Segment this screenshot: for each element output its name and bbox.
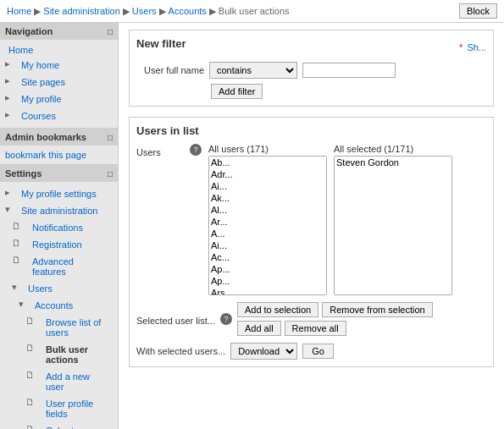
add-to-selection-button[interactable]: Add to selection [237,302,318,317]
breadcrumb-home[interactable]: Home [7,6,31,16]
selected-users-list[interactable]: Steven Gordon [334,156,452,295]
arrow-icon: ▸ [5,58,10,69]
site-pages-link[interactable]: Site pages [13,75,74,89]
available-list-group: All users (171) Ab... Adr... Ai... Ak...… [208,144,327,295]
admin-bookmarks-collapse-icon[interactable]: □ [108,133,113,142]
sidebar: Navigation □ Home ▸ My home ▸ Site pages… [0,23,119,429]
my-profile-link[interactable]: My profile [13,92,70,106]
my-home-link[interactable]: My home [13,58,68,72]
arrow-icon: ▸ [5,75,10,86]
sidebar-item-my-profile[interactable]: ▸ My profile [0,91,118,107]
settings-title: Settings [5,168,42,179]
page-icon: 🗋 [25,397,35,407]
arrow-icon: ▾ [5,204,10,215]
list-item[interactable]: Steven Gordon [335,157,451,168]
cohorts-link[interactable]: Cohorts [37,424,87,429]
sidebar-item-browse-users[interactable]: 🗋 Browse list of users [0,314,118,341]
sidebar-item-bulk-user-actions[interactable]: 🗋 Bulk user actions [0,341,118,368]
accounts-link[interactable]: Accounts [26,299,81,312]
list-item[interactable]: Ap... [209,275,326,287]
block-button[interactable]: Block [459,3,497,19]
settings-collapse-icon[interactable]: □ [108,169,113,179]
sidebar-item-my-profile-settings[interactable]: ▸ My profile settings [0,185,118,202]
users-label: Users [136,144,183,157]
remove-from-selection-button[interactable]: Remove from selection [322,302,433,317]
required-star: * [459,42,462,52]
action-row: Selected user list... ? Add to selection… [136,302,486,336]
list-item[interactable]: Al... [209,204,326,216]
action-btn-row-1: Add to selection Remove from selection [237,302,433,317]
page-icon: 🗋 [12,255,21,265]
show-button[interactable]: Sh... [467,42,486,52]
breadcrumb: Home ▶ Site administration ▶ Users ▶ Acc… [7,6,290,17]
list-item[interactable]: A... [209,228,326,239]
list-item[interactable]: Ai... [209,180,326,192]
breadcrumb-users[interactable]: Users [132,6,157,16]
sidebar-item-add-new-user[interactable]: 🗋 Add a new user [0,368,118,395]
bulk-user-actions-link[interactable]: Bulk user actions [37,343,113,366]
list-item[interactable]: Ak... [209,192,326,204]
list-item[interactable]: Ar... [209,216,326,228]
sidebar-item-courses[interactable]: ▸ Courses [0,107,118,124]
sidebar-item-my-home[interactable]: ▸ My home [0,57,118,74]
page-icon: 🗋 [25,424,35,429]
courses-link[interactable]: Courses [13,109,64,123]
add-new-user-link[interactable]: Add a new user [37,370,113,393]
list-item[interactable]: Ars... [209,287,326,295]
my-profile-settings-link[interactable]: My profile settings [13,187,105,201]
advanced-features-link[interactable]: Advanced features [24,255,113,278]
list-item[interactable]: Ap... [209,263,326,275]
page-icon: 🗋 [12,221,21,231]
site-administration-link[interactable]: Site administration [13,204,107,217]
sidebar-item-users[interactable]: ▾ Users [0,280,118,297]
filter-operator-select[interactable]: contains doesn't contain is equal to sta… [209,62,297,79]
bookmark-section: bookmark this page [0,146,118,164]
navigation-nav: Home ▸ My home ▸ Site pages ▸ My profile… [0,40,118,128]
breadcrumb-current: Bulk user actions [219,6,290,16]
list-item[interactable]: Ab... [209,157,326,168]
filter-value-input[interactable] [302,63,396,78]
settings-nav: ▸ My profile settings ▾ Site administrat… [0,182,118,429]
sidebar-item-registration[interactable]: 🗋 Registration [0,236,118,253]
bookmark-link[interactable]: bookmark this page [5,150,86,160]
filter-section: New filter * Sh... User full name contai… [129,30,494,107]
browse-users-link[interactable]: Browse list of users [37,316,113,339]
sidebar-item-site-pages[interactable]: ▸ Site pages [0,74,118,91]
sidebar-item-cohorts[interactable]: 🗋 Cohorts [0,422,118,429]
sidebar-item-advanced-features[interactable]: 🗋 Advanced features [0,253,118,280]
breadcrumb-accounts[interactable]: Accounts [169,6,207,16]
add-filter-button[interactable]: Add filter [211,84,263,99]
with-selected-select[interactable]: Download [230,343,297,360]
list-item[interactable]: Ac... [209,251,326,263]
page-icon: 🗋 [25,316,35,326]
breadcrumb-site-admin[interactable]: Site administration [43,6,120,16]
selected-list-help-icon[interactable]: ? [220,313,232,325]
registration-link[interactable]: Registration [24,238,91,251]
list-item[interactable]: Ai... [209,239,326,251]
arrow-icon: ▸ [5,109,10,120]
users-help-icon[interactable]: ? [190,144,202,156]
add-all-button[interactable]: Add all [237,321,281,336]
main-layout: Navigation □ Home ▸ My home ▸ Site pages… [0,23,504,429]
page-icon: 🗋 [12,238,21,248]
sidebar-item-site-administration[interactable]: ▾ Site administration [0,202,118,219]
remove-all-button[interactable]: Remove all [285,321,346,336]
settings-header: Settings □ [0,165,118,182]
sidebar-item-accounts[interactable]: ▾ Accounts [0,297,118,314]
arrow-icon: ▸ [5,92,10,103]
available-users-list[interactable]: Ab... Adr... Ai... Ak... Al... Ar... A..… [208,156,327,295]
go-button[interactable]: Go [302,344,334,359]
sidebar-item-user-profile-fields[interactable]: 🗋 User profile fields [0,395,118,422]
users-link[interactable]: Users [19,282,61,295]
navigation-collapse-icon[interactable]: □ [108,27,113,36]
sidebar-item-notifications[interactable]: 🗋 Notifications [0,219,118,236]
users-list-row: Users ? All users (171) Ab... Adr... Ai.… [136,144,486,295]
notifications-link[interactable]: Notifications [24,221,91,234]
selected-header: All selected (1/171) [334,144,452,154]
selected-list-group: All selected (1/171) Steven Gordon [334,144,452,295]
settings-section: Settings □ ▸ My profile settings ▾ Site … [0,165,118,429]
user-profile-fields-link[interactable]: User profile fields [37,397,113,421]
list-item[interactable]: Adr... [209,168,326,180]
sidebar-item-home[interactable]: Home [0,43,118,57]
selected-list-label: Selected user list... [136,312,215,326]
